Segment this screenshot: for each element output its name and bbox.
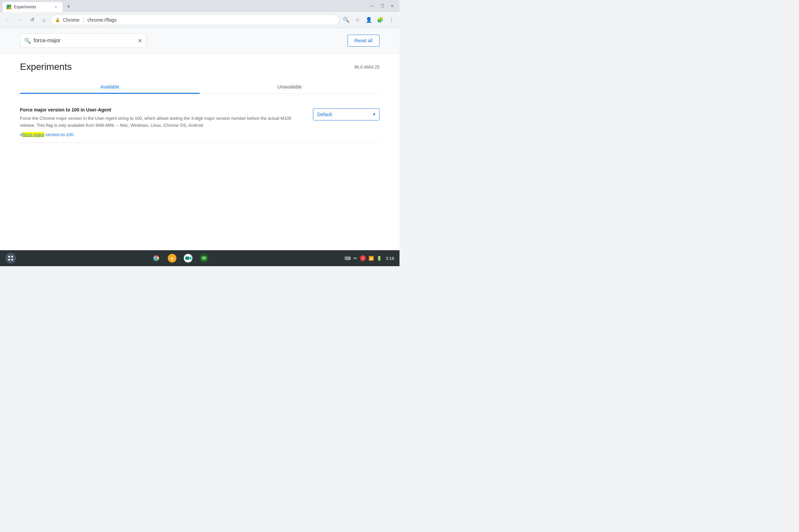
restore-button[interactable]: ❐ [377, 1, 387, 11]
flag-content: Force major version to 100 in User-Agent… [20, 107, 302, 137]
svg-text:●: ● [171, 255, 173, 261]
toolbar-actions: 🔍 ☆ 👤 🧩 ⋮ [341, 15, 397, 25]
status-icons: ⌨ ✏ 3 📶 🔋 [345, 255, 382, 261]
search-button[interactable]: 🔍 [341, 15, 352, 25]
taskbar-right: ⌨ ✏ 3 📶 🔋 3:18 [345, 255, 394, 261]
flag-link-suffix: -version-to-100 [44, 132, 73, 137]
search-clear-button[interactable]: ✕ [138, 38, 142, 44]
taskbar-files[interactable]: ● [165, 251, 179, 265]
clock: 3:18 [386, 256, 394, 261]
search-box[interactable]: 🔍 ✕ [20, 33, 147, 48]
tab-favicon [7, 5, 11, 9]
page-header: Experiments 96.0.4664.25 [20, 61, 379, 72]
address-separator: | [83, 17, 84, 23]
page-title: Experiments [20, 61, 72, 72]
home-button[interactable]: ⌂ [39, 15, 49, 25]
address-brand: Chrome [63, 17, 79, 23]
search-input[interactable] [34, 38, 135, 43]
taskbar: ● ⌨ ✏ [0, 250, 400, 266]
flag-link-highlighted: force-major [22, 132, 44, 137]
active-tab[interactable]: Experiments × [3, 2, 62, 12]
battery-icon: 🔋 [376, 256, 382, 261]
nav-bar: ← → ↺ ⌂ 🔒 Chrome | chrome://flags 🔍 ☆ 👤 … [0, 12, 400, 28]
address-url: chrome://flags [87, 17, 335, 23]
svg-rect-1 [11, 256, 13, 258]
flag-link[interactable]: #force-major-version-to-100 [20, 132, 73, 137]
profile-button[interactable]: 👤 [364, 15, 374, 25]
search-icon: 🔍 [24, 38, 31, 44]
flag-select-wrapper[interactable]: Default Enabled Disabled ▼ [313, 109, 379, 120]
wifi-icon: 📶 [369, 256, 374, 261]
taskbar-messages[interactable] [198, 251, 211, 265]
new-tab-button[interactable]: + [64, 2, 73, 11]
reload-button[interactable]: ↺ [26, 15, 37, 25]
svg-rect-13 [201, 256, 207, 260]
reset-all-button[interactable]: Reset all [348, 35, 379, 46]
lock-icon: 🔒 [55, 17, 60, 22]
search-area: 🔍 ✕ Reset all [0, 28, 400, 54]
flag-control: Default Enabled Disabled ▼ [313, 107, 379, 120]
svg-rect-10 [185, 256, 189, 260]
bookmark-button[interactable]: ☆ [352, 15, 363, 25]
tab-available[interactable]: Available [20, 80, 200, 94]
taskbar-left [5, 253, 16, 264]
tab-title: Experiments [14, 5, 51, 9]
tab-close-button[interactable]: × [53, 4, 59, 10]
svg-rect-0 [8, 256, 10, 258]
keyboard-icon: ⌨ [345, 256, 351, 261]
svg-point-6 [155, 257, 157, 260]
close-button[interactable]: ✕ [388, 1, 397, 11]
pencil-icon: ✏ [354, 256, 357, 261]
tab-unavailable[interactable]: Unavailable [200, 80, 379, 94]
title-bar: Experiments × + — ❐ ✕ [0, 0, 400, 12]
more-button[interactable]: ⋮ [386, 15, 397, 25]
back-button[interactable]: ← [3, 15, 13, 25]
page-content: 🔍 ✕ Reset all Experiments 96.0.4664.25 A… [0, 28, 400, 250]
launcher-button[interactable] [5, 253, 16, 264]
flag-item: Force major version to 100 in User-Agent… [20, 102, 379, 143]
address-bar[interactable]: 🔒 Chrome | chrome://flags [51, 15, 339, 25]
version-text: 96.0.4664.25 [354, 64, 379, 70]
flag-name: Force major version to 100 in User-Agent [20, 107, 302, 112]
svg-rect-2 [8, 259, 10, 261]
tabs-container: Available Unavailable [20, 80, 379, 94]
flag-description: Force the Chrome major version in the Us… [20, 115, 302, 129]
minimize-button[interactable]: — [368, 1, 377, 11]
forward-button[interactable]: → [15, 15, 25, 25]
window-controls: — ❐ ✕ [368, 1, 397, 11]
svg-rect-3 [11, 259, 13, 261]
taskbar-chrome[interactable] [149, 251, 163, 265]
taskbar-center: ● [16, 251, 345, 265]
extensions-button[interactable]: 🧩 [375, 15, 386, 25]
taskbar-meet[interactable] [182, 251, 195, 265]
notification-badge: 3 [360, 255, 366, 261]
main-content: Experiments 96.0.4664.25 Available Unava… [0, 54, 400, 151]
flag-select[interactable]: Default Enabled Disabled [313, 109, 379, 120]
